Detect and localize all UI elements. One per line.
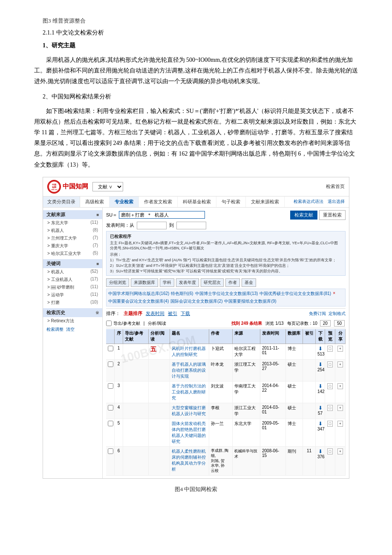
btn-reset-main[interactable]: 重置检索 (319, 210, 346, 220)
row6-checkbox[interactable] (108, 448, 113, 454)
sort-tab-dl[interactable]: 下载 (181, 310, 190, 317)
filter-tab-author[interactable]: 作者 (225, 278, 240, 287)
nav-tab-source[interactable]: 文献来源检索 (246, 197, 285, 207)
btn-search-main[interactable]: 检索文献 (290, 211, 317, 220)
row6-preview-btn[interactable]: □ (327, 448, 333, 454)
sidebar-history-item[interactable]: > Retinex方法 (43, 317, 102, 325)
row1-dl-btn[interactable]: ⬇ (318, 346, 323, 352)
nav-tab-sentence[interactable]: 句子检索 (216, 197, 246, 207)
syntax-help-link[interactable]: 检索表达式语法 (294, 199, 323, 205)
db-filter-conf[interactable]: 中国重要会议论文全文数据库(4) (108, 298, 169, 304)
row4-preview-btn[interactable]: □ (327, 405, 333, 411)
row4-preview: □ (325, 403, 335, 419)
cnki-logo-name: 中国知网 (63, 182, 88, 191)
filter-tab-year[interactable]: 发表年度 (176, 278, 199, 287)
btn-refine-search[interactable]: 检索调整 (46, 327, 63, 332)
row4-analyze (149, 403, 170, 419)
filter-tab-group[interactable]: 分组浏览 (106, 278, 129, 287)
row4-dl-btn[interactable]: ⬇ (318, 405, 323, 411)
filter-tab-source-db[interactable]: 来源数据库 (131, 278, 158, 287)
row6-share-btn[interactable]: + (337, 448, 343, 454)
custom-format-link[interactable]: 定制格式 (329, 311, 346, 317)
nav-tab-author[interactable]: 作者发文检索 (139, 197, 178, 207)
row4-share-btn[interactable]: + (337, 405, 343, 411)
row5-dl-btn[interactable]: ⬇ (318, 421, 323, 427)
row3-dl-btn[interactable]: ⬇ (318, 383, 323, 389)
filter-tab-fund[interactable]: 基金 (242, 278, 256, 287)
sidebar-kw-grinding[interactable]: >—砂带磨削(11) (43, 283, 102, 291)
db-filter-intl[interactable]: 国际会议论文全文数据库(2) (170, 298, 222, 304)
row5-share-btn[interactable]: + (337, 421, 343, 427)
date-to-label: 到 (169, 222, 174, 228)
cnki-top-right-link[interactable]: 检索首页 (326, 183, 345, 190)
row2-share: + (335, 360, 346, 381)
row2-preview-btn[interactable]: □ (327, 361, 333, 367)
sidebar-item-dongbei[interactable]: > 东北大学(11) (43, 219, 102, 227)
logic-hint-title: 已检索程序 (110, 233, 342, 240)
filter-tab-subject[interactable]: 学科 (160, 278, 174, 287)
row4-checkbox[interactable] (108, 405, 113, 410)
row4-title-link[interactable]: 大型空窗螺旋打磨机器人设计与研究 (172, 405, 206, 416)
row3-title-link[interactable]: 基于力控制方法的工业机器人磨削研究 (172, 384, 206, 400)
perpage-50-btn[interactable]: 50 (334, 320, 345, 327)
cnki-search-dropdown[interactable]: 文献 ∨ (92, 182, 123, 191)
exit-select-link[interactable]: 退出选择 (328, 199, 345, 205)
row3-checkbox[interactable] (108, 383, 113, 389)
sidebar-item-lanzhou[interactable]: > 兰州理工大学(7) (43, 234, 102, 242)
nav-tab-professional[interactable]: 专业检索 (110, 197, 139, 207)
cnki-main: SU＝ 检索文献 重置检索 发表时间：从 到 已检索程序 主主 FI=题名,KY… (103, 208, 349, 478)
row1-preview-btn[interactable]: □ (327, 346, 333, 352)
db-filter-news[interactable]: 中国重要报纸全文数据库(9) (224, 298, 276, 304)
date-from-input[interactable] (137, 222, 167, 229)
row5-checkbox[interactable] (108, 421, 113, 426)
select-all-checkbox[interactable] (106, 321, 112, 326)
search-terms-input[interactable] (119, 211, 205, 219)
nav-tab-fund[interactable]: 科研基金检索 (178, 197, 216, 207)
row3-source: 华南理工大学 (233, 382, 260, 403)
row1-title: 风机叶片打磨机器人的控制研究 (170, 344, 209, 359)
cnki-nav-left[interactable]: 文类分类目录 (43, 197, 80, 207)
sort-tab-date[interactable]: 发表时间 (146, 310, 164, 317)
col-header-share: 分享 (335, 329, 346, 344)
row1-title-link[interactable]: 风机叶片打磨机器人的控制研究 (172, 346, 206, 357)
row5-dl: ⬇ 347 (316, 419, 325, 446)
perpage-20-btn[interactable]: 20 (320, 320, 331, 327)
sort-left: 排序： 主题排序 发表时间 被引 下载 (106, 310, 190, 317)
row5-title-link[interactable]: 固体火箭发动机壳体内腔绝热层打磨机器人关键问题的研究 (172, 421, 206, 444)
sidebar-item-chongqing[interactable]: > 重庆大学(7) (43, 242, 102, 250)
row5-author: 孙一兰 (209, 419, 233, 446)
sidebar-kw-kinematics[interactable]: > 运动学(11) (43, 291, 102, 299)
sort-tab-cite[interactable]: 被引 (168, 310, 177, 317)
db-filter-journal[interactable]: 中国学术期刊网络出版总库(162) (108, 291, 169, 297)
row1-share-btn[interactable]: + (337, 346, 343, 352)
row2-share-btn[interactable]: + (337, 361, 343, 367)
row6-title-link[interactable]: 机器人柔性磨削机床的伺磨削辅补控机构及其动力学分析 (172, 449, 206, 471)
row3-preview-btn[interactable]: □ (327, 383, 333, 389)
filter-tab-level[interactable]: 研究层次 (201, 278, 224, 287)
row2-db: 硕士 (286, 360, 303, 381)
row2-dl-btn[interactable]: ⬇ (318, 361, 323, 367)
sort-label: 排序： (106, 310, 120, 317)
db-filter-close[interactable]: × (333, 291, 335, 297)
db-filter-special[interactable]: 特色期刊(6) (171, 291, 193, 297)
sidebar-item-robot[interactable]: > 机器人(8) (43, 227, 102, 234)
row3-share-btn[interactable]: + (337, 383, 343, 389)
row2-title-link[interactable]: 基于机器人的玻璃自动打磨系统的设计与实现 (172, 362, 206, 379)
sidebar-item-harbin[interactable]: > 哈尔滨工业大学(5) (43, 250, 102, 257)
nav-tab-advanced[interactable]: 高级检索 (80, 197, 110, 207)
date-to-input[interactable] (176, 222, 206, 229)
btn-clear-search[interactable]: 清空 (66, 327, 75, 332)
sort-tab-topic[interactable]: 主题排序 (124, 310, 142, 317)
col-header-cite: 被引 (303, 329, 316, 344)
sidebar-kw-robot[interactable]: > 机器人(52) (43, 268, 102, 276)
db-filter-master[interactable]: 中国优秀硕士学位论文全文数据库(81) (259, 291, 331, 297)
sidebar-kw-polish[interactable]: > 打磨(10) (43, 299, 102, 306)
row6-dl-btn[interactable]: ⬇ (318, 448, 323, 454)
sidebar-section-history: 检索历史 ※ (43, 308, 102, 317)
sidebar-kw-industrial-robot[interactable]: > 工业机器人(17) (43, 276, 102, 283)
free-subscribe-link[interactable]: 免费订阅 (309, 311, 326, 317)
row2-checkbox[interactable] (108, 361, 113, 367)
row1-checkbox[interactable] (108, 346, 113, 351)
row5-preview-btn[interactable]: □ (327, 421, 333, 427)
db-filter-phd[interactable]: 中国博士学位论文全文数据库(13) (195, 291, 258, 297)
